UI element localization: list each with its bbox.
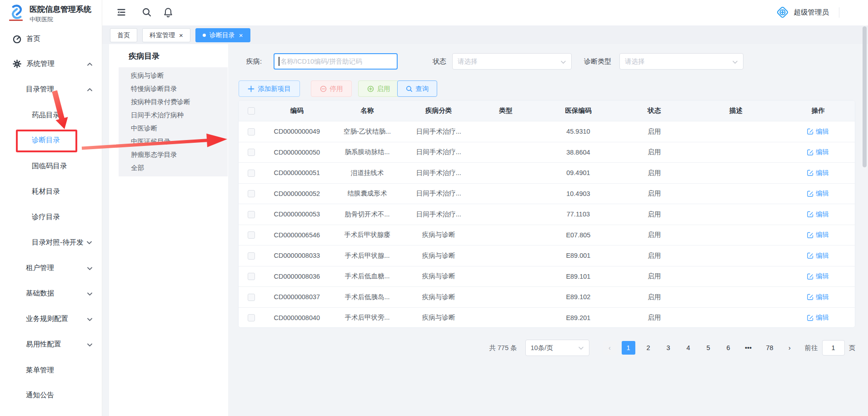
sidebar-item-home[interactable]: 首页 [0,30,102,48]
enable-button[interactable]: 启用 [358,80,399,97]
edit-icon [807,170,813,176]
page-number-5[interactable]: 5 [702,341,715,355]
top-header: 超级管理员 [102,0,868,25]
tab-department-mgmt[interactable]: 科室管理 × [142,28,190,42]
sidebar-item-drug-catalog[interactable]: 药品目录 [0,106,102,124]
add-item-button[interactable]: 添加新项目 [239,80,300,97]
edit-button[interactable]: 编辑 [807,127,829,136]
row-checkbox[interactable] [248,170,255,177]
collapse-sidebar-icon[interactable] [116,7,126,17]
disable-button[interactable]: 停用 [311,80,352,97]
edit-button[interactable]: 编辑 [807,293,829,301]
edit-icon [807,294,813,300]
sidebar-item-catalog-mgmt[interactable]: 目录管理 [0,80,102,98]
table-row: CD0000000052 结膜囊成形术 日间手术治疗... 10.4903 启用… [239,183,855,204]
catalog-item-chronic-disease[interactable]: 特慢病诊断目录 [119,82,228,95]
table-header-row: 编码 名称 疾病分类 类型 医保编码 状态 描述 操作 [239,100,855,121]
row-checkbox[interactable] [248,149,255,156]
user-menu[interactable]: 超级管理员 [776,6,829,19]
edit-button[interactable]: 编辑 [807,251,829,260]
row-checkbox[interactable] [248,314,255,321]
prev-page-button[interactable]: ‹ [603,341,617,355]
sidebar-item-usability-config[interactable]: 易用性配置 [0,335,102,353]
row-checkbox[interactable] [248,273,255,280]
disease-filter-label: 疾病: [246,57,262,66]
select-all-checkbox[interactable] [248,107,255,115]
more-pages-icon[interactable]: ••• [742,341,755,355]
page-number-6[interactable]: 6 [722,341,735,355]
sidebar-item-diagnosis-catalog[interactable]: 诊断目录 [0,131,102,149]
next-page-button[interactable]: › [783,341,797,355]
diagnosis-type-select[interactable]: 请选择 [619,53,743,70]
page-number-2[interactable]: 2 [642,341,655,355]
row-checkbox[interactable] [248,231,255,239]
sidebar-item-business-rules[interactable]: 业务规则配置 [0,310,102,328]
diagnosis-table: 编码 名称 疾病分类 类型 医保编码 状态 描述 操作 CD0000000049… [238,100,855,328]
edit-icon [807,211,813,217]
edit-button[interactable]: 编辑 [807,169,829,177]
tab-diagnosis-catalog[interactable]: 诊断目录 × [195,28,250,42]
query-button[interactable]: 查询 [397,80,437,97]
table-row: CD0000008037 手术后低胰岛... 疾病与诊断 E89.102 启用 … [239,286,855,307]
sidebar-item-tenant-mgmt[interactable]: 租户管理 [0,259,102,277]
chevron-down-icon [87,291,93,296]
app-title: 医院信息管理系统 [30,5,91,14]
col-actions: 操作 [781,106,855,115]
table-row: CD0000000050 肠系膜动脉结... 日间手术治疗... 38.8604… [239,142,855,163]
table-row: CD0000000049 空肠-乙状结肠... 日间手术治疗... 45.931… [239,121,855,142]
chevron-up-icon [87,86,93,92]
goto-page-input[interactable]: 1 [822,340,845,356]
search-icon[interactable] [142,7,152,17]
hospital-logo-icon [9,5,25,19]
status-filter-label: 状态 [433,57,446,66]
catalog-item-disease-diagnosis[interactable]: 疾病与诊断 [119,69,228,82]
bell-icon[interactable] [164,7,173,17]
row-checkbox[interactable] [248,128,255,135]
close-icon[interactable]: × [179,32,183,39]
tab-home[interactable]: 首页 [110,28,137,42]
page-number-4[interactable]: 4 [682,341,695,355]
disease-input-placeholder: 名称/ICD10编码/拼音助记码 [280,57,362,66]
edit-button[interactable]: 编辑 [807,231,829,239]
catalog-item-tcm-syndrome[interactable]: 中医证候目录 [119,135,228,148]
catalog-item-all[interactable]: 全部 [119,161,228,175]
sidebar-item-catalog-mapping[interactable]: 目录对照-待开发 [0,233,102,251]
disease-catalog-panel: 疾病目录 疾病与诊断 特慢病诊断目录 按病种目录付费诊断 日间手术治疗病种 中医… [109,44,228,416]
vertical-scrollbar[interactable] [863,26,867,167]
goto-unit-label: 页 [849,344,856,352]
user-name: 超级管理员 [794,8,829,17]
col-insurance-code: 医保编码 [539,106,618,115]
close-icon[interactable]: × [239,32,243,39]
sidebar-item-notice[interactable]: 通知公告 [0,386,102,404]
edit-button[interactable]: 编辑 [807,272,829,281]
disease-search-input[interactable]: 名称/ICD10编码/拼音助记码 [274,53,398,70]
total-count: 共 775 条 [489,344,517,352]
chevron-down-icon [87,341,93,347]
row-checkbox[interactable] [248,190,255,197]
page-number-78[interactable]: 78 [762,341,778,355]
status-select[interactable]: 请选择 [452,53,572,70]
edit-button[interactable]: 编辑 [807,313,829,322]
edit-button[interactable]: 编辑 [807,210,829,219]
sidebar-item-base-data[interactable]: 基础数据 [0,284,102,302]
catalog-item-pay-by-disease[interactable]: 按病种目录付费诊断 [119,95,228,109]
row-checkbox[interactable] [248,294,255,301]
page-size-select[interactable]: 10条/页 [525,340,589,356]
diagnosis-type-filter-label: 诊断类型 [584,57,611,66]
page-number-3[interactable]: 3 [662,341,675,355]
row-checkbox[interactable] [248,252,255,260]
sidebar-item-consumables-catalog[interactable]: 耗材目录 [0,182,102,200]
sidebar-item-treatment-catalog[interactable]: 诊疗目录 [0,208,102,226]
edit-button[interactable]: 编辑 [807,148,829,156]
sidebar-item-national-code-catalog[interactable]: 国临码目录 [0,157,102,175]
edit-button[interactable]: 编辑 [807,189,829,198]
page-number-1[interactable]: 1 [622,341,635,355]
table-row: CD0000008036 手术后低血糖... 疾病与诊断 E89.101 启用 … [239,266,855,287]
catalog-item-day-surgery[interactable]: 日间手术治疗病种 [119,109,228,122]
catalog-item-tumor-morphology[interactable]: 肿瘤形态学目录 [119,148,228,161]
sidebar-item-menu-mgmt[interactable]: 菜单管理 [0,361,102,379]
active-tab-dot-icon [203,34,206,37]
catalog-item-tcm-diagnosis[interactable]: 中医诊断 [119,122,228,135]
sidebar-item-system-mgmt[interactable]: 系统管理 [0,55,102,73]
row-checkbox[interactable] [248,211,255,218]
